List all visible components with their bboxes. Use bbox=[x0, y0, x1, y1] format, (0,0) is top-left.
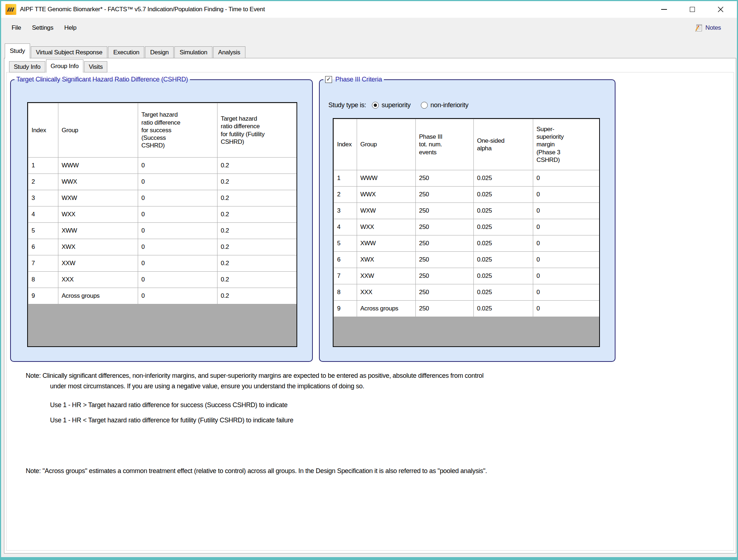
tab-visits[interactable]: Visits bbox=[84, 61, 108, 72]
tab-virtual-subject-response[interactable]: Virtual Subject Response bbox=[31, 46, 107, 58]
grid-cell[interactable]: 0 bbox=[533, 187, 600, 203]
grid-cell[interactable]: XXX bbox=[357, 284, 416, 301]
grid-cell[interactable]: 0.025 bbox=[474, 268, 533, 284]
phase3-checkbox[interactable]: ✓ bbox=[325, 76, 332, 83]
menu-help[interactable]: Help bbox=[59, 21, 82, 34]
grid-cell[interactable]: 0.2 bbox=[217, 223, 298, 239]
grid-cell[interactable]: 0 bbox=[138, 223, 217, 239]
grid-cell[interactable]: Across groups bbox=[58, 288, 138, 304]
row-index-cell: 5 bbox=[334, 235, 357, 252]
tab-execution[interactable]: Execution bbox=[108, 46, 144, 58]
grid-cell[interactable]: Across groups bbox=[357, 301, 416, 317]
menu-settings[interactable]: Settings bbox=[26, 21, 59, 34]
grid-cell[interactable]: 0 bbox=[138, 158, 217, 174]
row-index-cell: 6 bbox=[28, 239, 58, 255]
grid-cell[interactable]: 0 bbox=[138, 288, 217, 304]
grid-cell[interactable]: WXX bbox=[58, 206, 138, 223]
grid-cell[interactable]: 0 bbox=[533, 170, 600, 187]
grid-cell[interactable]: XWW bbox=[58, 223, 138, 239]
grid-cell[interactable]: 0 bbox=[138, 239, 217, 255]
grid-cell[interactable]: 0 bbox=[533, 235, 600, 252]
grid-cell[interactable]: 250 bbox=[416, 219, 474, 235]
close-button[interactable] bbox=[706, 1, 735, 18]
grid-cell[interactable]: 0.025 bbox=[474, 203, 533, 219]
grid-cell[interactable]: 0 bbox=[533, 219, 600, 235]
grid-cell[interactable]: 0.2 bbox=[217, 255, 298, 272]
grid-cell[interactable]: XWX bbox=[58, 239, 138, 255]
tab-design[interactable]: Design bbox=[145, 46, 174, 58]
grid-cell[interactable]: 0.2 bbox=[217, 174, 298, 190]
grid-cell[interactable]: XXW bbox=[357, 268, 416, 284]
close-icon bbox=[717, 6, 724, 13]
tab-group-info[interactable]: Group Info bbox=[46, 59, 83, 73]
grid-cell[interactable]: 0 bbox=[138, 206, 217, 223]
grid-cell[interactable]: 250 bbox=[416, 301, 474, 317]
minimize-button[interactable] bbox=[650, 1, 678, 18]
grid-cell[interactable]: WWX bbox=[357, 187, 416, 203]
row-index-cell: 9 bbox=[334, 301, 357, 317]
row-index-cell: 3 bbox=[28, 190, 58, 206]
tab-study[interactable]: Study bbox=[5, 43, 30, 59]
maximize-button[interactable] bbox=[678, 1, 706, 18]
grid-cell[interactable]: 250 bbox=[416, 203, 474, 219]
grid-cell[interactable]: 0 bbox=[533, 284, 600, 301]
grid-cell[interactable]: 0.2 bbox=[217, 239, 298, 255]
radio-superiority[interactable] bbox=[372, 102, 379, 109]
grid-cell[interactable]: WXX bbox=[357, 219, 416, 235]
grid-cell[interactable]: 0.2 bbox=[217, 206, 298, 223]
grid-cell[interactable]: 250 bbox=[416, 268, 474, 284]
grid-cell[interactable]: 0 bbox=[533, 203, 600, 219]
cshrd-panel-title-text: Target Clinically Significant Hazard Rat… bbox=[16, 76, 188, 83]
grid-cell[interactable]: 0.025 bbox=[474, 235, 533, 252]
radio-non-inferiority[interactable] bbox=[421, 102, 428, 109]
grid-cell[interactable]: XXX bbox=[58, 272, 138, 288]
grid-cell[interactable]: 0.2 bbox=[217, 288, 298, 304]
table-header-row: IndexGroupTarget hazard ratio difference… bbox=[28, 103, 298, 158]
grid-cell[interactable]: 250 bbox=[416, 235, 474, 252]
row-index-cell: 9 bbox=[28, 288, 58, 304]
grid-cell[interactable]: 0.025 bbox=[474, 252, 533, 268]
grid-cell[interactable]: XXW bbox=[58, 255, 138, 272]
tab-analysis[interactable]: Analysis bbox=[213, 46, 245, 58]
phase3-table: IndexGroupPhase III tot. num. eventsOne-… bbox=[333, 118, 600, 347]
grid-cell[interactable]: WXW bbox=[357, 203, 416, 219]
grid-cell[interactable]: 0 bbox=[138, 272, 217, 288]
grid-cell[interactable]: 0.2 bbox=[217, 190, 298, 206]
tab-study-info[interactable]: Study Info bbox=[9, 61, 45, 72]
column-header: One-sided alpha bbox=[474, 119, 533, 170]
grid-cell[interactable]: 250 bbox=[416, 170, 474, 187]
notes-button-label: Notes bbox=[705, 24, 721, 32]
note-across-groups: Note: "Across groups" estimates a common… bbox=[26, 466, 487, 476]
grid-cell[interactable]: 0 bbox=[533, 252, 600, 268]
grid-cell[interactable]: 250 bbox=[416, 252, 474, 268]
grid-cell[interactable]: 0.2 bbox=[217, 272, 298, 288]
notes-button[interactable]: Notes bbox=[694, 23, 721, 33]
grid-cell[interactable]: WWW bbox=[357, 170, 416, 187]
column-header: Phase III tot. num. events bbox=[416, 119, 474, 170]
table-row: 1WWW00.2 bbox=[28, 158, 298, 174]
grid-cell[interactable]: 0.2 bbox=[217, 158, 298, 174]
grid-cell[interactable]: 0.025 bbox=[474, 301, 533, 317]
grid-cell[interactable]: 0 bbox=[533, 301, 600, 317]
grid-cell[interactable]: 0 bbox=[138, 190, 217, 206]
grid-cell[interactable]: XWW bbox=[357, 235, 416, 252]
grid-cell[interactable]: 0.025 bbox=[474, 170, 533, 187]
note-use-futility: Use 1 - HR < Target hazard ratio differe… bbox=[50, 415, 293, 426]
grid-cell[interactable]: WXW bbox=[58, 190, 138, 206]
grid-cell[interactable]: 0 bbox=[138, 255, 217, 272]
menu-file[interactable]: File bbox=[6, 21, 26, 34]
notes-icon bbox=[694, 23, 703, 33]
grid-cell[interactable]: 0.025 bbox=[474, 187, 533, 203]
table-row: 5XWW2500.0250 bbox=[334, 235, 600, 252]
grid-cell[interactable]: 0 bbox=[533, 268, 600, 284]
grid-cell[interactable]: WWX bbox=[58, 174, 138, 190]
tab-simulation[interactable]: Simulation bbox=[174, 46, 212, 58]
grid-cell[interactable]: 0.025 bbox=[474, 284, 533, 301]
grid-cell[interactable]: 250 bbox=[416, 187, 474, 203]
grid-cell[interactable]: WWW bbox=[58, 158, 138, 174]
grid-cell[interactable]: 250 bbox=[416, 284, 474, 301]
grid-cell[interactable]: XWX bbox=[357, 252, 416, 268]
grid-cell[interactable]: 0.025 bbox=[474, 219, 533, 235]
grid-cell[interactable]: 0 bbox=[138, 174, 217, 190]
column-header: Group bbox=[58, 103, 138, 158]
